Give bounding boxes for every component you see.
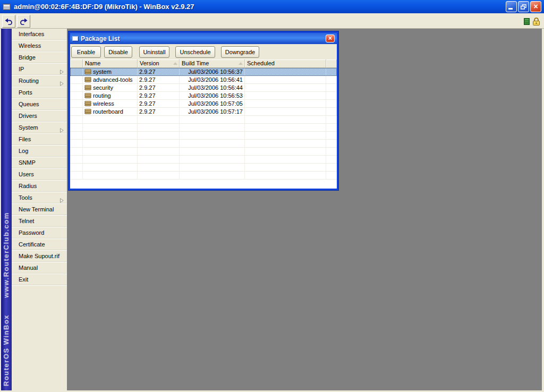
scheduled-cell <box>245 84 326 92</box>
table-body: system 2.9.27 Jul/03/2006 10:56:37 advan… <box>70 68 337 116</box>
table-row-security[interactable]: security 2.9.27 Jul/03/2006 10:56:44 <box>70 84 337 92</box>
build-time-cell: Jul/03/2006 10:56:37 <box>180 68 245 76</box>
column-header-rowhead[interactable] <box>70 59 83 68</box>
package-icon <box>84 109 91 114</box>
sidebar-item-label: Exit <box>19 276 28 283</box>
app-toolbar <box>0 13 544 29</box>
sidebar-item-label: Bridge <box>19 54 36 61</box>
column-header-pad[interactable] <box>326 59 337 68</box>
pad-cell <box>326 92 337 100</box>
winbox-app: admin@00:02:6F:4B:DF:D9 (MikroTik) - Win… <box>0 0 544 392</box>
name-cell: routerboard <box>83 108 138 116</box>
sidebar-item-password[interactable]: Password <box>12 227 67 239</box>
table-header: NameVersionBuild TimeScheduled <box>70 59 337 68</box>
sidebar-item-label: Telnet <box>19 218 34 224</box>
sidebar-item-log[interactable]: Log <box>12 146 67 157</box>
pad-cell <box>326 108 337 116</box>
column-header-build_time[interactable]: Build Time <box>180 59 245 68</box>
package-list-toolbar: EnableDisableUninstallUnscheduleDowngrad… <box>70 44 337 59</box>
package-icon <box>84 77 91 82</box>
sidebar-item-routing[interactable]: Routing <box>12 75 67 87</box>
sidebar-item-snmp[interactable]: SNMP <box>12 157 67 169</box>
sidebar-item-ports[interactable]: Ports <box>12 87 67 99</box>
sidebar-item-exit[interactable]: Exit <box>12 274 67 286</box>
scheduled-cell <box>245 108 326 116</box>
redo-button[interactable] <box>17 15 30 28</box>
enable-button[interactable]: Enable <box>71 46 101 58</box>
sidebar-item-bridge[interactable]: Bridge <box>12 52 67 64</box>
sidebar-item-ip[interactable]: IP <box>12 64 67 75</box>
desktop-area: Package List × EnableDisableUninstallUns… <box>67 29 542 390</box>
table-row-routerboard[interactable]: routerboard 2.9.27 Jul/03/2006 10:57:17 <box>70 108 337 116</box>
package-name: system <box>93 68 112 75</box>
table-row-routing[interactable]: routing 2.9.27 Jul/03/2006 10:56:53 <box>70 92 337 100</box>
row-head-cell <box>70 76 83 84</box>
sidebar-item-system[interactable]: System <box>12 122 67 134</box>
sidebar-item-make-supout-rif[interactable]: Make Supout.rif <box>12 251 67 262</box>
package-list-close-button[interactable]: × <box>326 35 335 42</box>
window-controls: × <box>506 1 541 12</box>
restore-button[interactable] <box>518 1 529 12</box>
pad-cell <box>326 84 337 92</box>
uninstall-button[interactable]: Uninstall <box>139 46 169 58</box>
name-cell: wireless <box>83 100 138 108</box>
package-list-titlebar[interactable]: Package List × <box>70 33 337 44</box>
package-icon <box>84 69 91 74</box>
row-head-cell <box>70 68 83 76</box>
build-time-cell: Jul/03/2006 10:56:44 <box>180 84 245 92</box>
table-empty-area <box>70 116 337 180</box>
build-time-cell: Jul/03/2006 10:57:05 <box>180 100 245 108</box>
restore-icon <box>521 4 526 10</box>
package-name: wireless <box>93 100 114 107</box>
package-name: security <box>93 84 113 91</box>
scheduled-cell <box>245 92 326 100</box>
close-button[interactable]: × <box>530 1 541 12</box>
sidebar-item-label: Make Supout.rif <box>19 253 60 259</box>
sidebar-item-radius[interactable]: Radius <box>12 181 67 192</box>
sidebar-item-manual[interactable]: Manual <box>12 262 67 274</box>
name-cell: security <box>83 84 138 92</box>
sidebar-item-label: Queues <box>19 101 39 107</box>
sidebar-item-new-terminal[interactable]: New Terminal <box>12 204 67 216</box>
name-cell: advanced-tools <box>83 76 138 84</box>
close-icon: × <box>533 2 538 11</box>
app-icon <box>3 4 11 10</box>
downgrade-button[interactable]: Downgrade <box>221 46 259 58</box>
pad-cell <box>326 68 337 76</box>
sidebar-item-tools[interactable]: Tools <box>12 192 67 204</box>
disable-button[interactable]: Disable <box>104 46 132 58</box>
sidebar-item-certificate[interactable]: Certificate <box>12 239 67 251</box>
package-icon <box>84 93 91 98</box>
table-row-wireless[interactable]: wireless 2.9.27 Jul/03/2006 10:57:05 <box>70 100 337 108</box>
sidebar-item-label: New Terminal <box>19 206 54 212</box>
column-label: Scheduled <box>247 60 275 66</box>
column-header-name[interactable]: Name <box>83 59 138 68</box>
table-row-system[interactable]: system 2.9.27 Jul/03/2006 10:56:37 <box>70 68 337 76</box>
sidebar-item-users[interactable]: Users <box>12 169 67 181</box>
padlock-icon <box>532 17 541 25</box>
sidebar-item-files[interactable]: Files <box>12 134 67 146</box>
version-cell: 2.9.27 <box>138 84 180 92</box>
undo-button[interactable] <box>2 15 15 28</box>
sidebar-item-label: Log <box>19 148 28 154</box>
table-row-advanced-tools[interactable]: advanced-tools 2.9.27 Jul/03/2006 10:56:… <box>70 76 337 84</box>
package-list-window: Package List × EnableDisableUninstallUns… <box>69 31 338 190</box>
sidebar-item-label: Routing <box>19 78 39 84</box>
sidebar-item-wireless[interactable]: Wireless <box>12 40 67 52</box>
sidebar-item-queues[interactable]: Queues <box>12 99 67 110</box>
app-title: admin@00:02:6F:4B:DF:D9 (MikroTik) - Win… <box>14 3 194 11</box>
minimize-button[interactable] <box>506 1 517 12</box>
sidebar-item-label: Manual <box>19 265 38 271</box>
column-label: Version <box>140 60 159 66</box>
column-header-scheduled[interactable]: Scheduled <box>245 59 326 68</box>
sidebar-item-label: Password <box>19 229 44 236</box>
status-area <box>524 15 541 28</box>
sidebar-menu: Interfaces Wireless Bridge IP Routing Po… <box>12 29 67 390</box>
sidebar-item-interfaces[interactable]: Interfaces <box>12 29 67 40</box>
column-header-version[interactable]: Version <box>138 59 180 68</box>
package-name: routerboard <box>93 108 123 115</box>
sidebar-item-drivers[interactable]: Drivers <box>12 110 67 122</box>
unschedule-button[interactable]: Unschedule <box>175 46 215 58</box>
sidebar-item-label: Users <box>19 171 34 177</box>
sidebar-item-telnet[interactable]: Telnet <box>12 216 67 227</box>
